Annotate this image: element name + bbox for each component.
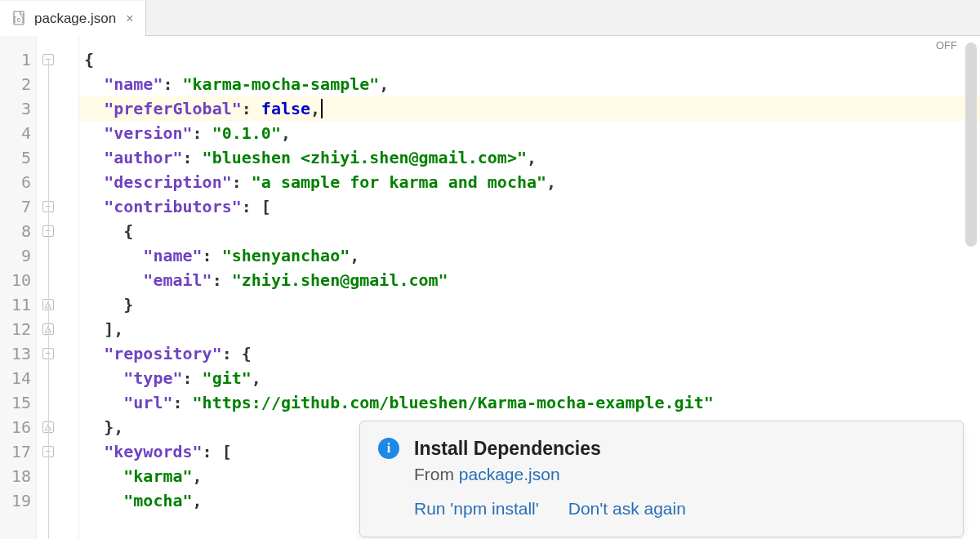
fold-toggle[interactable]: −	[42, 54, 54, 65]
line-number: 11	[11, 292, 31, 317]
line-number: 7	[11, 194, 31, 219]
dont-ask-again-link[interactable]: Don't ask again	[568, 499, 686, 519]
code-line[interactable]: }	[79, 292, 980, 317]
code-line[interactable]: {	[79, 219, 980, 243]
code-line[interactable]: "version": "0.1.0",	[79, 121, 980, 145]
fold-toggle[interactable]: −	[42, 348, 54, 359]
line-number: 14	[11, 366, 31, 390]
code-line[interactable]: {	[79, 47, 980, 72]
svg-text:{o}: {o}	[13, 16, 24, 24]
code-line[interactable]: "email": "zhiyi.shen@gmail.com"	[79, 268, 980, 292]
fold-toggle[interactable]: −	[42, 446, 54, 457]
run-npm-install-link[interactable]: Run 'npm install'	[414, 499, 539, 519]
fold-toggle[interactable]: −	[42, 201, 54, 212]
line-number: 2	[11, 72, 31, 96]
line-number: 1	[11, 47, 31, 72]
fold-toggle[interactable]: △	[42, 323, 54, 335]
text-cursor	[321, 99, 323, 118]
fold-toggle[interactable]: △	[42, 421, 54, 433]
code-line[interactable]: "description": "a sample for karma and m…	[79, 170, 980, 194]
popup-subtitle: From package.json	[414, 465, 943, 484]
popup-filename: package.json	[459, 465, 560, 483]
line-number: 6	[11, 170, 31, 194]
popup-title: Install Dependencies	[414, 438, 943, 460]
close-icon[interactable]: ×	[126, 12, 133, 25]
install-deps-popup: i Install Dependencies From package.json…	[359, 421, 964, 537]
file-tab[interactable]: {o} package.json ×	[0, 1, 146, 36]
line-number: 12	[11, 317, 31, 341]
fold-toggle[interactable]: △	[42, 299, 54, 310]
line-number: 15	[11, 390, 31, 415]
code-line[interactable]: "url": "https://github.com/blueshen/Karm…	[79, 390, 980, 415]
tab-filename: package.json	[34, 11, 116, 27]
line-number: 3	[11, 96, 31, 121]
line-number: 18	[11, 464, 31, 488]
code-line[interactable]: "author": "blueshen <zhiyi.shen@gmail.co…	[79, 145, 980, 170]
line-number: 16	[11, 415, 31, 439]
line-number: 5	[11, 145, 31, 170]
line-number-gutter: 12345678910111213141516171819	[0, 36, 37, 539]
fold-column: −−−△△−△−	[37, 36, 79, 539]
line-number: 4	[11, 121, 31, 145]
code-line[interactable]: "repository": {	[79, 341, 980, 366]
inspections-off-badge[interactable]: OFF	[936, 39, 957, 51]
line-number: 13	[11, 341, 31, 366]
line-number: 19	[11, 488, 31, 513]
code-line[interactable]: "type": "git",	[79, 366, 980, 390]
line-number: 9	[11, 243, 31, 268]
code-line[interactable]: ],	[79, 317, 980, 341]
vertical-scrollbar[interactable]	[965, 42, 977, 247]
code-line[interactable]: "preferGlobal": false,	[79, 96, 980, 121]
code-line[interactable]: "contributors": [	[79, 194, 980, 219]
json-file-icon: {o}	[11, 11, 28, 27]
code-line[interactable]: "name": "karma-mocha-sample",	[79, 72, 980, 96]
line-number: 10	[11, 268, 31, 292]
tab-bar: {o} package.json ×	[0, 0, 980, 36]
line-number: 17	[11, 439, 31, 464]
code-line[interactable]: "name": "shenyanchao",	[79, 243, 980, 268]
info-icon: i	[378, 438, 399, 459]
line-number: 8	[11, 219, 31, 243]
fold-toggle[interactable]: −	[42, 225, 54, 237]
